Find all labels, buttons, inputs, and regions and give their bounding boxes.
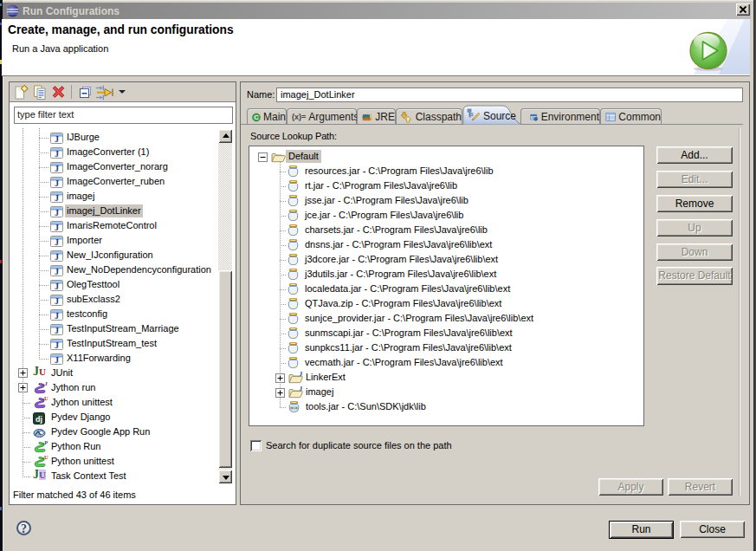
svg-text:J: J xyxy=(55,296,59,306)
svg-text:dj: dj xyxy=(36,415,42,424)
svg-text:J: J xyxy=(55,237,59,247)
svg-text:J: J xyxy=(55,267,59,276)
svg-text:J: J xyxy=(300,386,303,392)
svg-text:J: J xyxy=(55,134,59,144)
svg-text:J: J xyxy=(300,372,303,378)
svg-text:J: J xyxy=(55,326,59,335)
svg-text:J: J xyxy=(55,193,59,203)
svg-text:U: U xyxy=(44,455,48,460)
svg-text:J: J xyxy=(55,355,59,365)
svg-text:J: J xyxy=(55,340,59,350)
svg-text:J: J xyxy=(55,149,59,159)
svg-text:J: J xyxy=(55,252,59,262)
svg-text:J: J xyxy=(55,282,59,291)
svg-text:U: U xyxy=(44,396,48,401)
svg-text:J: J xyxy=(55,178,59,188)
svg-text:P: P xyxy=(44,440,48,445)
svg-text:J: J xyxy=(44,381,48,386)
svg-text:J: J xyxy=(55,208,59,217)
svg-text:C: C xyxy=(254,113,259,121)
svg-text:J: J xyxy=(55,223,59,232)
svg-text:J: J xyxy=(55,311,59,321)
svg-text:J: J xyxy=(55,164,59,173)
svg-text:010: 010 xyxy=(291,406,298,410)
